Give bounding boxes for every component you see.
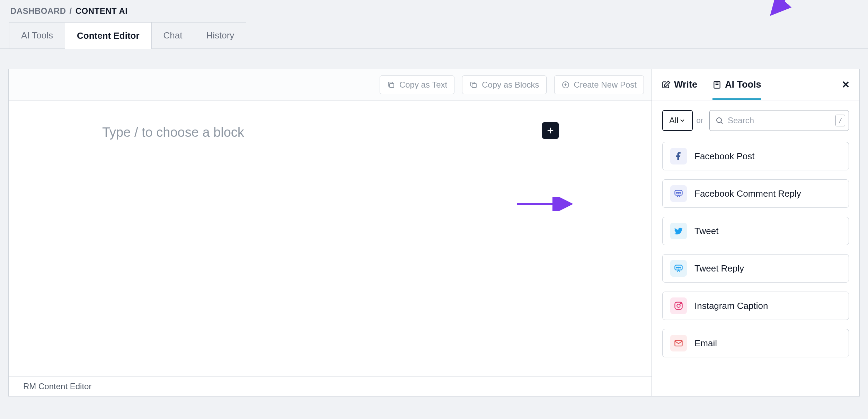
tool-label: Instagram Caption [694, 301, 768, 311]
editor-footer: RM Content Editor [9, 376, 652, 396]
svg-point-17 [680, 303, 681, 304]
plus-icon [546, 126, 555, 135]
editor-panel: Copy as Text Copy as Blocks Create New P… [8, 69, 860, 396]
add-block-button[interactable] [542, 122, 559, 139]
breadcrumb: DASHBOARD / CONTENT AI [0, 0, 868, 22]
tool-label: Tweet Reply [694, 263, 744, 274]
svg-point-16 [677, 304, 680, 307]
editor-toolbar: Copy as Text Copy as Blocks Create New P… [9, 69, 652, 101]
plus-circle-icon [561, 81, 570, 89]
editor-placeholder: Type / to choose a block [102, 125, 652, 140]
sidebar-filters: All or / [652, 100, 859, 134]
tool-instagram-caption[interactable]: Instagram Caption [662, 292, 849, 320]
tool-label: Facebook Comment Reply [694, 188, 801, 199]
create-new-post-button[interactable]: Create New Post [554, 75, 644, 94]
breadcrumb-separator: / [70, 6, 72, 16]
chevron-down-icon [679, 117, 686, 124]
search-icon [715, 116, 724, 125]
tab-content-editor[interactable]: Content Editor [65, 23, 152, 49]
sidebar-tabs: Write AI Tools ✕ [652, 69, 859, 100]
breadcrumb-current: CONTENT AI [76, 6, 128, 16]
sidebar-tab-write-label: Write [674, 79, 697, 90]
sidebar-tab-ai-tools[interactable]: AI Tools [712, 69, 761, 100]
tool-email[interactable]: Email [662, 329, 849, 357]
copy-as-blocks-label: Copy as Blocks [482, 80, 539, 90]
copy-blocks-icon [469, 81, 478, 89]
tool-facebook-comment-reply[interactable]: Facebook Comment Reply [662, 179, 849, 208]
svg-point-12 [676, 267, 677, 268]
copy-as-text-button[interactable]: Copy as Text [380, 75, 454, 94]
facebook-icon [670, 148, 687, 164]
svg-point-14 [680, 267, 681, 268]
pencil-square-icon [662, 80, 671, 89]
create-new-post-label: Create New Post [574, 80, 637, 90]
svg-rect-1 [472, 83, 476, 88]
tool-tweet-reply[interactable]: Tweet Reply [662, 254, 849, 283]
tool-search[interactable]: / [709, 110, 849, 131]
tab-ai-tools[interactable]: AI Tools [9, 22, 65, 48]
tool-search-input[interactable] [728, 116, 831, 125]
ai-tools-sidebar: Write AI Tools ✕ All or [652, 69, 859, 396]
tool-tweet[interactable]: Tweet [662, 217, 849, 245]
sidebar-tab-write[interactable]: Write [662, 69, 697, 100]
tool-label: Email [694, 338, 717, 349]
comment-reply-icon [670, 185, 687, 202]
editor-left-pane: Copy as Text Copy as Blocks Create New P… [9, 69, 652, 396]
tweet-reply-icon [670, 260, 687, 277]
instagram-icon [670, 297, 687, 314]
copy-as-text-label: Copy as Text [399, 80, 447, 90]
main-tabs: AI Tools Content Editor Chat History [0, 22, 868, 49]
tool-label: Facebook Post [694, 151, 754, 162]
tab-history[interactable]: History [194, 22, 246, 48]
filter-or-label: or [696, 116, 703, 125]
block-editor[interactable]: Type / to choose a block [9, 101, 652, 376]
svg-rect-0 [390, 83, 394, 88]
svg-point-8 [676, 192, 677, 193]
tab-chat[interactable]: Chat [151, 22, 195, 48]
sidebar-close-button[interactable]: ✕ [842, 79, 850, 90]
filter-select-value: All [669, 116, 679, 125]
footer-label: RM Content Editor [23, 382, 91, 391]
email-icon [670, 335, 687, 351]
svg-point-13 [678, 267, 679, 268]
tool-label: Tweet [694, 226, 718, 237]
tool-list: Facebook Post Facebook Comment Reply Twe… [652, 134, 859, 365]
copy-icon [387, 81, 395, 89]
annotation-arrow-tool [517, 197, 576, 211]
twitter-icon [670, 223, 687, 239]
sidebar-tab-ai-tools-label: AI Tools [725, 79, 761, 90]
svg-point-9 [678, 192, 679, 193]
tool-facebook-post[interactable]: Facebook Post [662, 142, 849, 170]
breadcrumb-root-link[interactable]: DASHBOARD [10, 6, 66, 16]
search-shortcut-badge: / [835, 115, 845, 126]
svg-point-10 [680, 192, 681, 193]
svg-point-6 [717, 118, 721, 123]
tools-icon [712, 80, 721, 89]
filter-select[interactable]: All [662, 110, 693, 131]
copy-as-blocks-button[interactable]: Copy as Blocks [462, 75, 546, 94]
